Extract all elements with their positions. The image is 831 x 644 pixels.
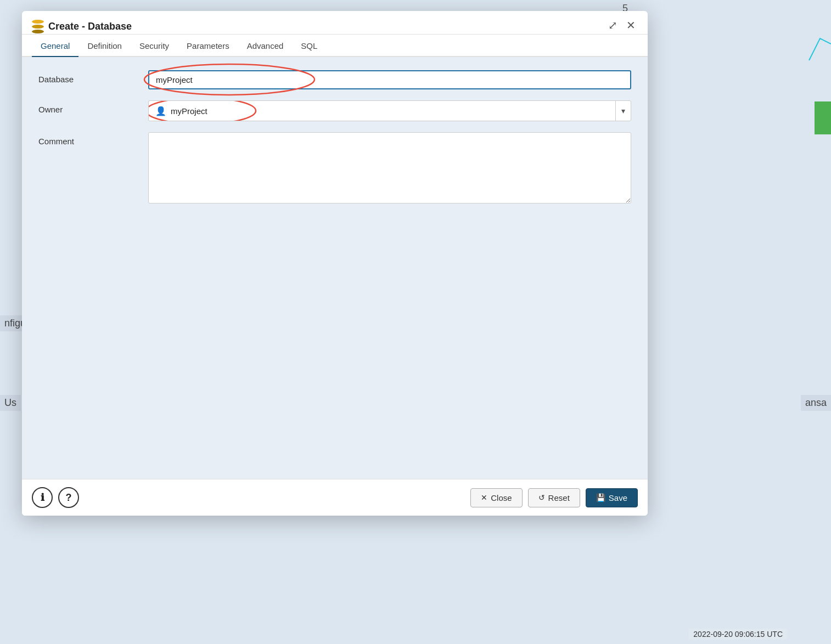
footer-right-buttons: ✕ Close ↺ Reset 💾 Save [470, 488, 638, 507]
bg-ansa-label: ansa [801, 395, 831, 411]
close-button[interactable]: ✕ Close [470, 488, 522, 507]
comment-label: Comment [38, 132, 148, 146]
footer-left-buttons: ℹ ? [32, 487, 79, 508]
modal-close-button[interactable]: ✕ [624, 19, 638, 32]
owner-row: Owner 👤 myProject ▾ [38, 100, 631, 121]
modal-footer: ℹ ? ✕ Close ↺ Reset 💾 Save [22, 479, 648, 516]
tab-definition[interactable]: Definition [78, 36, 131, 57]
create-database-modal: Create - Database ⤢ ✕ General Definition… [22, 11, 648, 516]
close-label: Close [491, 493, 512, 502]
tab-bar: General Definition Security Parameters A… [22, 36, 648, 57]
database-icon [32, 20, 44, 33]
comment-control-wrap [148, 132, 631, 206]
database-input[interactable] [148, 70, 631, 89]
database-row: Database [38, 70, 631, 89]
save-label: Save [609, 493, 627, 502]
db-icon-bot [32, 30, 44, 33]
modal-body: Database Owner [22, 57, 648, 479]
close-icon: ✕ [481, 493, 487, 502]
owner-select-inner: 👤 myProject [149, 102, 615, 120]
info-icon: ℹ [41, 492, 44, 504]
owner-value: myProject [171, 106, 207, 116]
modal-header: Create - Database ⤢ ✕ [22, 11, 648, 35]
tab-parameters[interactable]: Parameters [178, 36, 238, 57]
bg-green-bar [815, 101, 831, 134]
tab-security[interactable]: Security [131, 36, 178, 57]
modal-controls: ⤢ ✕ [606, 19, 638, 34]
owner-label: Owner [38, 100, 148, 114]
database-input-wrap [148, 70, 631, 89]
db-icon-mid [32, 25, 44, 29]
owner-control-wrap: 👤 myProject ▾ [148, 100, 631, 121]
tab-general[interactable]: General [32, 36, 78, 57]
database-input-container [148, 70, 631, 89]
reset-label: Reset [548, 493, 570, 502]
save-button[interactable]: 💾 Save [586, 488, 638, 507]
save-icon: 💾 [596, 493, 605, 502]
comment-textarea[interactable] [148, 132, 631, 204]
expand-button[interactable]: ⤢ [606, 19, 620, 32]
info-button[interactable]: ℹ [32, 487, 53, 508]
help-button[interactable]: ? [58, 487, 79, 508]
bg-timestamp: 2022-09-20 09:06:15 UTC [689, 629, 787, 640]
help-icon: ? [66, 492, 72, 504]
bg-us-label: Us [0, 395, 21, 411]
reset-button[interactable]: ↺ Reset [528, 488, 580, 507]
tab-advanced[interactable]: Advanced [238, 36, 293, 57]
tab-sql[interactable]: SQL [292, 36, 326, 57]
modal-title: Create - Database [48, 21, 132, 32]
bg-chart [721, 16, 831, 71]
comment-row: Comment [38, 132, 631, 206]
owner-chevron-icon[interactable]: ▾ [616, 106, 631, 115]
database-label: Database [38, 70, 148, 84]
modal-title-area: Create - Database [32, 20, 132, 33]
reset-icon: ↺ [538, 493, 545, 502]
owner-person-icon: 👤 [155, 106, 166, 116]
owner-select[interactable]: 👤 myProject ▾ [148, 100, 631, 121]
db-icon-top [32, 20, 44, 24]
